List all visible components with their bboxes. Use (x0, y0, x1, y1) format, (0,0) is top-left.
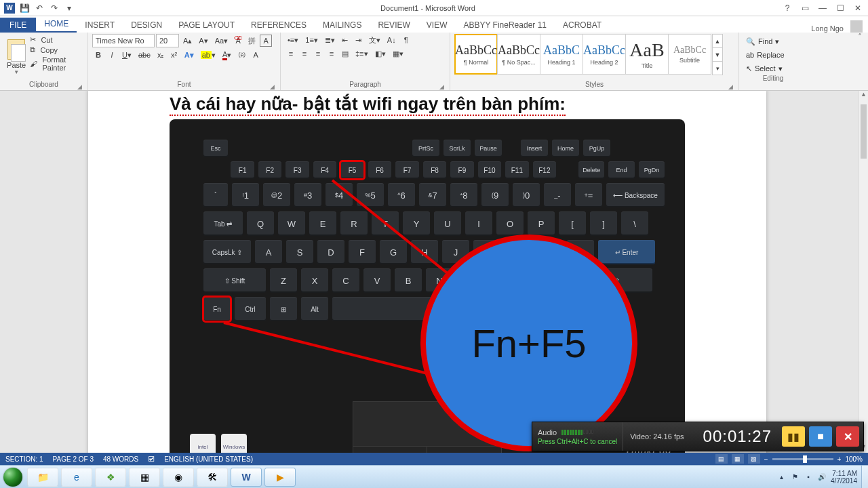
status-language[interactable]: ENGLISH (UNITED STATES) (164, 455, 253, 463)
font-size-combo[interactable]: 20 (156, 34, 179, 47)
styles-scroll-down[interactable]: ▼ (712, 47, 723, 62)
tab-references[interactable]: REFERENCES (243, 18, 315, 33)
enclose-characters-button[interactable]: 🄐 (235, 49, 248, 61)
numbering-button[interactable]: 1≡▾ (302, 34, 321, 46)
status-words[interactable]: 48 WORDS (103, 455, 138, 463)
zoom-level[interactable]: 100% (845, 455, 863, 463)
tab-home[interactable]: HOME (36, 16, 77, 33)
tray-network-icon[interactable]: ▪ (804, 472, 813, 482)
select-button[interactable]: ↖Select ▾ (743, 62, 803, 75)
user-avatar-icon[interactable] (850, 20, 863, 33)
scroll-thumb[interactable] (861, 104, 867, 159)
shading-button[interactable]: ◧▾ (372, 47, 389, 60)
tray-clock[interactable]: 7:11 AM 4/7/2014 (831, 470, 857, 485)
minimize-button[interactable]: — (815, 2, 830, 14)
qat-customize-icon[interactable]: ▾ (64, 3, 75, 14)
borders-button[interactable]: ▦▾ (390, 47, 406, 60)
document-area[interactable]: Và cái hay nữa- bật tắt wifi ngay trên b… (0, 91, 868, 453)
show-marks-button[interactable]: ¶ (400, 34, 412, 46)
tray-volume-icon[interactable]: 🔊 (817, 472, 827, 482)
bullets-button[interactable]: •≡▾ (285, 34, 301, 46)
multilevel-button[interactable]: ≣▾ (322, 34, 338, 46)
file-tab[interactable]: FILE (0, 18, 36, 33)
find-button[interactable]: 🔍Find ▾ (743, 35, 803, 47)
phonetic-guide-button[interactable]: 拼 (245, 35, 258, 47)
style--normal[interactable]: AaBbCc¶ Normal (454, 34, 498, 75)
clipboard-dialog-launcher[interactable]: ◢ (77, 83, 82, 90)
paragraph-dialog-launcher[interactable]: ◢ (439, 83, 444, 90)
change-case-button[interactable]: Aa▾ (212, 35, 231, 47)
print-layout-button[interactable]: ▦ (732, 454, 744, 464)
read-mode-button[interactable]: ▤ (715, 454, 728, 464)
zoom-slider[interactable] (772, 458, 833, 460)
taskbar-word[interactable]: W (231, 468, 262, 487)
copy-button[interactable]: ⧉ Copy (30, 45, 83, 54)
style-heading-2[interactable]: AaBbCcHeading 2 (583, 34, 626, 75)
font-color-button[interactable]: A▾ (220, 49, 234, 61)
show-desktop-button[interactable] (861, 466, 868, 489)
highlight-button[interactable]: ab▾ (198, 49, 218, 61)
shrink-font-button[interactable]: A▾ (196, 35, 210, 47)
text-effects-button[interactable]: A▾ (182, 49, 197, 61)
taskbar-app-wrench[interactable]: 🛠 (197, 468, 228, 487)
tab-mailings[interactable]: MAILINGS (315, 18, 370, 33)
distributed-button[interactable]: ▤ (339, 47, 351, 60)
style--no-spac-[interactable]: AaBbCc¶ No Spac... (497, 34, 540, 75)
tab-view[interactable]: VIEW (418, 18, 456, 33)
align-right-button[interactable]: ≡ (312, 47, 324, 60)
superscript-button[interactable]: x² (168, 49, 180, 61)
font-dialog-launcher[interactable]: ◢ (270, 83, 275, 90)
style-heading-1[interactable]: AaBbCHeading 1 (540, 34, 583, 75)
align-center-button[interactable]: ≡ (298, 47, 311, 60)
style-subtitle[interactable]: AaBbCcSubtitle (668, 34, 711, 75)
increase-indent-button[interactable]: ⇥ (353, 34, 365, 46)
underline-button[interactable]: U▾ (119, 49, 134, 61)
maximize-button[interactable]: ☐ (833, 2, 848, 14)
web-layout-button[interactable]: ▨ (748, 454, 760, 464)
font-name-combo[interactable]: Times New Ro (92, 34, 155, 47)
cut-button[interactable]: ✂ Cut (30, 35, 83, 44)
format-painter-button[interactable]: 🖌 Format Painter (30, 56, 83, 72)
strikethrough-button[interactable]: abc (136, 49, 153, 61)
paste-button[interactable]: Paste ▼ (4, 34, 28, 81)
ribbon-options-icon[interactable]: ▭ (797, 2, 812, 14)
tray-flag-icon[interactable]: ⚑ (790, 472, 800, 482)
start-button[interactable] (0, 466, 26, 489)
proofing-icon[interactable]: 🗹 (148, 455, 155, 463)
scroll-up-icon[interactable]: ▲ (859, 91, 868, 100)
taskbar-ie[interactable]: e (61, 468, 92, 487)
signed-in-user[interactable]: Long Ngo (804, 24, 850, 33)
tab-insert[interactable]: INSERT (77, 18, 123, 33)
subscript-button[interactable]: x₂ (155, 49, 167, 61)
taskbar-app-generic[interactable]: ▦ (129, 468, 160, 487)
character-border-button[interactable]: A (260, 35, 272, 47)
styles-gallery[interactable]: AaBbCc¶ NormalAaBbCc¶ No Spac...AaBbCHea… (454, 34, 711, 75)
recorder-pause-button[interactable]: ▮▮ (782, 426, 805, 447)
clear-formatting-button[interactable]: A⌫ (232, 35, 244, 47)
word-app-icon[interactable]: W (4, 3, 15, 14)
line-spacing-button[interactable]: ‡≡▾ (353, 47, 371, 60)
zoom-out-button[interactable]: − (764, 455, 768, 463)
taskbar-media[interactable]: ▶ (264, 468, 296, 487)
styles-scroll-up[interactable]: ▲ (712, 34, 723, 48)
taskbar-chrome[interactable]: ◉ (163, 468, 194, 487)
align-left-button[interactable]: ≡ (285, 47, 297, 60)
bold-button[interactable]: B (92, 49, 104, 61)
grow-font-button[interactable]: A▴ (180, 35, 195, 47)
tray-expand-icon[interactable]: ▴ (776, 472, 786, 482)
decrease-indent-button[interactable]: ⇤ (339, 34, 351, 46)
redo-icon[interactable]: ↷ (49, 3, 60, 14)
tab-acrobat[interactable]: ACROBAT (555, 18, 610, 33)
undo-icon[interactable]: ↶ (34, 3, 45, 14)
collapse-ribbon-button[interactable]: ˄ (852, 33, 868, 91)
styles-dialog-launcher[interactable]: ◢ (728, 83, 733, 90)
sort-button[interactable]: A↓ (384, 34, 399, 46)
tab-page-layout[interactable]: PAGE LAYOUT (170, 18, 243, 33)
style-title[interactable]: AaBTitle (625, 34, 669, 75)
justify-button[interactable]: ≡ (326, 47, 338, 60)
taskbar-explorer[interactable]: 📁 (27, 468, 58, 487)
zoom-in-button[interactable]: + (837, 455, 842, 463)
asian-layout-button[interactable]: 文▾ (366, 34, 383, 46)
styles-pager[interactable]: ▲ ▼ ▾ (712, 34, 723, 75)
italic-button[interactable]: I (106, 49, 118, 61)
